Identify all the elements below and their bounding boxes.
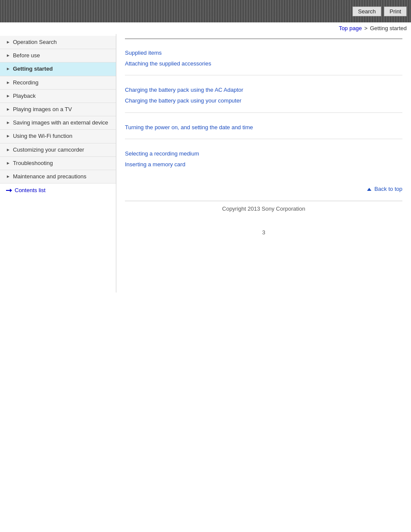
- sidebar-arrow-icon: ►: [6, 93, 10, 99]
- content-link-1-1[interactable]: Charging the battery pack using your com…: [125, 96, 402, 106]
- search-button[interactable]: Search: [352, 6, 381, 16]
- breadcrumb: Top page > Getting started: [0, 22, 411, 34]
- sidebar-arrow-icon: ►: [6, 120, 10, 126]
- sidebar-item-label: Operation Search: [13, 38, 112, 46]
- sidebar-arrow-icon: ►: [6, 160, 10, 166]
- content-group-3: Turning the power on, and setting the da…: [125, 122, 402, 140]
- content-link-0-0[interactable]: Supplied items: [125, 48, 402, 59]
- sidebar-item-wifi[interactable]: ► Using the Wi-Fi function: [0, 130, 116, 143]
- copyright-text: Copyright 2013 Sony Corporation: [222, 205, 305, 212]
- print-button[interactable]: Print: [384, 6, 407, 16]
- contents-list-link[interactable]: Contents list: [0, 184, 116, 197]
- sidebar-arrow-icon: ►: [6, 80, 10, 86]
- header-bar: Search Print: [0, 0, 411, 22]
- back-to-top-link[interactable]: Back to top: [367, 186, 402, 192]
- sidebar-item-getting-started[interactable]: ► Getting started: [0, 62, 116, 76]
- back-to-top-label: Back to top: [374, 186, 402, 192]
- sidebar-arrow-icon: ►: [6, 53, 10, 59]
- sidebar-item-playback[interactable]: ► Playback: [0, 90, 116, 103]
- content-group-2: Charging the battery pack using the AC A…: [125, 85, 402, 112]
- sidebar-item-customizing[interactable]: ► Customizing your camcorder: [0, 143, 116, 157]
- sidebar-arrow-icon: ►: [6, 133, 10, 139]
- sidebar-item-label: Getting started: [13, 65, 112, 73]
- content-area: Supplied itemsAttaching the supplied acc…: [116, 34, 411, 244]
- breadcrumb-current: Getting started: [370, 25, 407, 31]
- triangle-up-icon: [367, 188, 371, 191]
- sidebar-item-maintenance[interactable]: ► Maintenance and precautions: [0, 170, 116, 184]
- sidebar-item-saving-images[interactable]: ► Saving images with an external device: [0, 116, 116, 130]
- page-number: 3: [125, 229, 402, 236]
- sidebar-item-label: Playback: [13, 92, 112, 100]
- sidebar-item-label: Saving images with an external device: [13, 119, 112, 127]
- sidebar-item-recording[interactable]: ► Recording: [0, 76, 116, 90]
- sidebar-arrow-icon: ►: [6, 147, 10, 153]
- sidebar: ► Operation Search ► Before use ► Gettin…: [0, 34, 116, 292]
- sidebar-item-label: Customizing your camcorder: [13, 146, 112, 154]
- sidebar-arrow-icon: ►: [6, 39, 10, 45]
- sidebar-arrow-icon: ►: [6, 66, 10, 72]
- content-group-1: Supplied itemsAttaching the supplied acc…: [125, 48, 402, 75]
- sidebar-item-playing-images[interactable]: ► Playing images on a TV: [0, 103, 116, 116]
- content-link-3-0[interactable]: Selecting a recording medium: [125, 149, 402, 159]
- arrow-right-icon: [6, 188, 12, 193]
- page-footer: Copyright 2013 Sony Corporation: [125, 201, 402, 216]
- sidebar-item-label: Before use: [13, 52, 112, 59]
- breadcrumb-separator: >: [364, 25, 368, 31]
- content-group-4: Selecting a recording mediumInserting a …: [125, 149, 402, 176]
- sidebar-arrow-icon: ►: [6, 106, 10, 112]
- sidebar-item-label: Maintenance and precautions: [13, 173, 112, 180]
- sidebar-item-label: Recording: [13, 79, 112, 87]
- back-to-top: Back to top: [125, 186, 402, 192]
- content-link-0-1[interactable]: Attaching the supplied accessories: [125, 59, 402, 69]
- content-link-2-0[interactable]: Turning the power on, and setting the da…: [125, 122, 402, 133]
- content-link-1-0[interactable]: Charging the battery pack using the AC A…: [125, 85, 402, 96]
- breadcrumb-top-link[interactable]: Top page: [339, 25, 362, 31]
- sidebar-item-before-use[interactable]: ► Before use: [0, 49, 116, 62]
- sidebar-arrow-icon: ►: [6, 174, 10, 180]
- section-header: [125, 38, 402, 39]
- sidebar-item-operation-search[interactable]: ► Operation Search: [0, 36, 116, 49]
- content-link-3-1[interactable]: Inserting a memory card: [125, 159, 402, 170]
- sidebar-item-label: Troubleshooting: [13, 159, 112, 167]
- main-layout: ► Operation Search ► Before use ► Gettin…: [0, 34, 411, 292]
- sidebar-item-label: Playing images on a TV: [13, 106, 112, 113]
- sidebar-item-troubleshooting[interactable]: ► Troubleshooting: [0, 157, 116, 170]
- sidebar-item-label: Using the Wi-Fi function: [13, 132, 112, 140]
- contents-list-label: Contents list: [15, 187, 46, 193]
